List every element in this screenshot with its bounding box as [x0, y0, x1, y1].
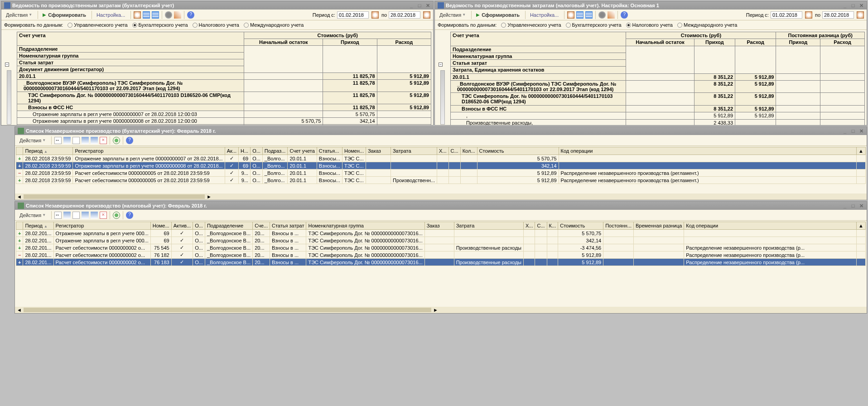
table-row[interactable]: +28.02.2018 23:59:59Отражение зарплаты в…: [16, 155, 866, 162]
date-from-input[interactable]: [337, 11, 369, 19]
close-button[interactable]: ✕: [858, 128, 865, 134]
interval-icon[interactable]: ↔: [54, 212, 62, 219]
titlebar[interactable]: Список Незавершенное производство (бухга…: [15, 127, 867, 135]
table-row[interactable]: −28.02.2018 23:59:59Расчет себестоимости…: [16, 169, 866, 177]
close-button[interactable]: ✕: [424, 2, 431, 9]
setup-button[interactable]: Настройка...: [527, 11, 561, 19]
help-icon[interactable]: ?: [187, 11, 194, 19]
window-title: Ведомость по производственным затратам (…: [446, 3, 659, 8]
table-header[interactable]: Период ▲ Регистратор Номе... Актив... О.…: [16, 222, 866, 230]
collapse-toggle[interactable]: −: [439, 63, 443, 67]
find-icon[interactable]: [72, 137, 80, 144]
row-subdiv[interactable]: _Волгодонское ВУЭР (Симферополь) ТЭС Сим…: [17, 80, 244, 92]
calendar-to-icon[interactable]: [857, 11, 864, 19]
titlebar[interactable]: Список Незавершенное производство (налог…: [15, 202, 867, 210]
calendar-from-icon[interactable]: [805, 11, 812, 19]
gear-icon[interactable]: [165, 11, 172, 19]
window-report-tax: Ведомость по производственным затратам (…: [434, 1, 867, 126]
funnel2-icon[interactable]: [91, 212, 98, 219]
funnel-icon[interactable]: [82, 212, 89, 219]
help-icon[interactable]: ?: [126, 137, 133, 144]
period-from-label: Период с:: [313, 12, 335, 18]
clear-filter-icon[interactable]: ✕: [100, 212, 107, 219]
close-button[interactable]: ✕: [858, 2, 865, 9]
filter-icon[interactable]: [63, 137, 71, 144]
form-button[interactable]: Сформировать: [473, 11, 522, 19]
minimize-button[interactable]: _: [841, 203, 849, 209]
maximize-button[interactable]: □: [849, 2, 857, 9]
find-icon[interactable]: [72, 212, 80, 219]
funnel-icon[interactable]: [82, 137, 89, 144]
minimize-button[interactable]: _: [408, 2, 415, 9]
horizontal-scrollbar[interactable]: ◄►: [15, 193, 867, 200]
actions-menu[interactable]: Действия▼: [437, 11, 468, 19]
radio-tax[interactable]: Налогового учета: [193, 22, 239, 28]
row-account[interactable]: 20.01.1: [17, 73, 244, 80]
titlebar[interactable]: Ведомость по производственным затратам (…: [1, 1, 433, 10]
actions-menu[interactable]: Действия▼: [3, 11, 35, 19]
maximize-button[interactable]: □: [849, 203, 857, 209]
maximize-button[interactable]: □: [849, 128, 857, 134]
collapse-toggle[interactable]: −: [5, 63, 9, 67]
date-to-input[interactable]: [389, 11, 420, 19]
table-row[interactable]: −28.02.201...Расчет себестоимости 000000…: [16, 251, 866, 259]
help-icon[interactable]: ?: [126, 212, 133, 219]
date-from-input[interactable]: [771, 11, 802, 19]
date-to-input[interactable]: [822, 11, 854, 19]
form-button[interactable]: Сформировать: [40, 11, 89, 19]
table2-icon[interactable]: [585, 11, 593, 19]
table-icon[interactable]: [143, 11, 150, 19]
window-list-tax: Список Незавершенное производство (налог…: [14, 201, 867, 314]
radio-bookkeeping[interactable]: Бухгалтерского учета: [566, 22, 622, 28]
table-row[interactable]: +28.02.201...Расчет себестоимости 000000…: [16, 244, 866, 251]
radio-international[interactable]: Международного учета: [244, 22, 304, 28]
edit-icon[interactable]: [174, 11, 181, 19]
col-cost-group: Стоимость (руб): [244, 32, 431, 39]
row-doc3[interactable]: Расчет себестоимости 0000000005 от 28.02…: [17, 125, 244, 126]
close-button[interactable]: ✕: [858, 203, 865, 209]
table-row[interactable]: +28.02.2018 23:59:59Расчет себестоимости…: [16, 177, 866, 184]
radio-management[interactable]: Управленческого учета: [68, 22, 127, 28]
toolbar: Действия▼ Сформировать Настройка... ? Пе…: [435, 10, 867, 20]
filter-icon[interactable]: [63, 212, 71, 219]
radio-bookkeeping[interactable]: Бухгалтерского учета: [132, 22, 188, 28]
clear-filter-icon[interactable]: ✕: [100, 137, 107, 144]
radio-management[interactable]: Управленческого учета: [501, 22, 561, 28]
setup-button[interactable]: Настройка...: [94, 11, 128, 19]
outline-slider[interactable]: [440, 70, 445, 125]
funnel2-icon[interactable]: [91, 137, 98, 144]
calendar-to-icon[interactable]: [423, 11, 430, 19]
calendar-from-icon[interactable]: [371, 11, 379, 19]
titlebar[interactable]: Ведомость по производственным затратам (…: [435, 1, 867, 10]
row-cost[interactable]: Взносы в ФСС НС: [17, 104, 244, 111]
help-icon[interactable]: ?: [621, 11, 628, 19]
actions-menu[interactable]: Действия▼: [17, 137, 48, 144]
table-header[interactable]: Период ▲ Регистратор Ак... Н... О... Под…: [16, 147, 866, 155]
minimize-button[interactable]: _: [841, 2, 849, 9]
table-row[interactable]: +28.02.201...Расчет себестоимости 000000…: [16, 259, 866, 266]
calendar-icon[interactable]: [567, 11, 574, 19]
radio-international[interactable]: Международного учета: [677, 22, 737, 28]
table-row[interactable]: +28.02.201...Отражение зарплаты в регл у…: [16, 230, 866, 237]
horizontal-scrollbar[interactable]: ◄►: [15, 307, 867, 313]
calendar-icon[interactable]: [134, 11, 141, 19]
row-nomgrp[interactable]: ТЭС Симферополь Дог. № 00000000000730160…: [17, 92, 244, 104]
interval-icon[interactable]: ↔: [54, 137, 62, 144]
row-doc1[interactable]: Отражение зарплаты в регл учете 00000000…: [17, 111, 244, 118]
row-doc2[interactable]: Отражение зарплаты в регл учете 00000000…: [17, 118, 244, 125]
table2-icon[interactable]: [152, 11, 159, 19]
edit-icon[interactable]: [608, 11, 615, 19]
radio-tax[interactable]: Налогового учета: [626, 22, 673, 28]
report-table: Счет учета Стоимость (руб) Постоянная ра…: [450, 32, 865, 125]
table-icon[interactable]: [576, 11, 583, 19]
outline-slider[interactable]: [7, 70, 11, 125]
table-row[interactable]: +28.02.201...Отражение зарплаты в регл у…: [16, 237, 866, 244]
period-to-label: по: [381, 12, 387, 18]
refresh-icon[interactable]: [113, 137, 120, 144]
minimize-button[interactable]: _: [841, 128, 849, 134]
gear-icon[interactable]: [598, 11, 606, 19]
table-row[interactable]: +28.02.2018 23:59:59Отражение зарплаты в…: [16, 162, 866, 169]
maximize-button[interactable]: □: [416, 2, 423, 9]
actions-menu[interactable]: Действия▼: [17, 212, 48, 219]
refresh-icon[interactable]: [113, 212, 120, 219]
